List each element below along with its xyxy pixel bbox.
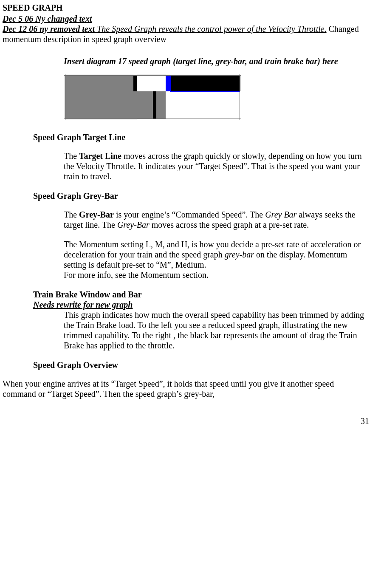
heading-train-brake: Train Brake Window and Bar bbox=[33, 289, 369, 300]
text: moves across the speed graph at a pre-se… bbox=[150, 220, 309, 229]
text: For more info, see the Momentum section. bbox=[64, 270, 209, 280]
speed-graph-diagram bbox=[64, 74, 369, 120]
diagram-cell bbox=[65, 75, 133, 91]
text-bold: Grey-Bar bbox=[79, 210, 114, 219]
diagram-cell bbox=[133, 75, 137, 91]
text: is your engine’s “Commanded Speed”. The bbox=[114, 210, 265, 219]
para-grey-bar-2: The Momentum setting L, M, and H, is how… bbox=[64, 239, 369, 280]
text: The bbox=[64, 151, 79, 161]
revision-note-2: Dec 12 06 ny removed text The Speed Grap… bbox=[3, 24, 369, 44]
para-grey-bar-1: The Grey-Bar is your engine’s “Commanded… bbox=[64, 209, 369, 230]
heading-target-line: Speed Graph Target Line bbox=[33, 132, 369, 142]
insert-diagram-note: Insert diagram 17 speed graph (target li… bbox=[64, 56, 353, 66]
diagram-cell bbox=[137, 75, 166, 91]
text: The bbox=[64, 210, 79, 219]
rev2-lead: Dec 12 06 ny removed text bbox=[3, 24, 95, 34]
revision-note-1: Dec 5 06 Ny changed text bbox=[3, 14, 369, 24]
diagram-cell bbox=[137, 91, 166, 119]
text-italic: Grey-Bar bbox=[117, 220, 150, 229]
page-title: SPEED GRAPH bbox=[3, 3, 369, 13]
diagram-cell bbox=[170, 75, 240, 91]
heading-grey-bar: Speed Graph Grey-Bar bbox=[33, 191, 369, 201]
text-italic: grey-bar bbox=[225, 250, 254, 259]
rev2-struck: The Speed Graph reveals the control powe… bbox=[95, 24, 326, 34]
diagram-cell bbox=[65, 91, 137, 119]
para-target-line: The Target Line moves across the graph q… bbox=[64, 151, 369, 181]
text-italic: Grey Bar bbox=[265, 210, 296, 219]
heading-overview: Speed Graph Overview bbox=[33, 360, 369, 370]
para-train-brake: This graph indicates how much the overal… bbox=[64, 310, 369, 351]
text-bold: Target Line bbox=[79, 151, 121, 161]
diagram-cell bbox=[166, 91, 240, 119]
page-number: 31 bbox=[3, 416, 369, 426]
train-brake-rewrite-note: Needs rewrite for new graph bbox=[33, 300, 369, 310]
diagram-cell bbox=[166, 75, 170, 91]
para-overview: When your engine arrives at its “Target … bbox=[3, 379, 368, 399]
speed-graph-table bbox=[64, 74, 241, 120]
